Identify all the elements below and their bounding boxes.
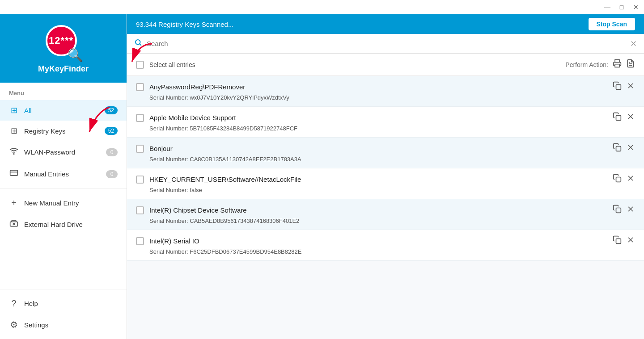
svg-rect-10 — [616, 85, 621, 90]
copy-icon-2[interactable] — [613, 143, 622, 154]
svg-rect-1 — [10, 170, 18, 176]
windows-icon: ⊞ — [9, 126, 19, 136]
entry-serial-3: Serial Number: false — [136, 187, 635, 193]
svg-line-6 — [140, 44, 141, 45]
copy-icon-3[interactable] — [613, 174, 622, 185]
table-row: Intel(R) Chipset Device Software Serial … — [127, 199, 644, 230]
delete-icon-1[interactable] — [626, 112, 635, 123]
sidebar-item-wlan-label: WLAN-Password — [24, 148, 101, 156]
search-bar: ✕ — [127, 34, 644, 54]
copy-icon-0[interactable] — [613, 81, 622, 92]
svg-point-4 — [13, 223, 14, 225]
app-container: 12*** 🔍 MyKeyFinder Menu ⊞ All 52 ⊞ Regi… — [0, 14, 644, 339]
card-icon — [9, 168, 19, 180]
select-all-checkbox[interactable] — [136, 61, 144, 69]
delete-icon-5[interactable] — [626, 235, 635, 247]
menu-label: Menu — [0, 83, 127, 100]
svg-point-0 — [13, 154, 14, 155]
sidebar-item-registry[interactable]: ⊞ Registry Keys 52 — [0, 121, 127, 141]
scan-status-text: 93.344 Registry Keys Scanned... — [136, 21, 233, 28]
pdf-icon[interactable] — [626, 59, 635, 70]
gear-icon: ⚙ — [9, 319, 19, 330]
sidebar-item-external-label: External Hard Drive — [24, 221, 118, 228]
entry-name-3: HKEY_CURRENT_USER\Software//NetacLockFil… — [149, 176, 607, 183]
sidebar-logo: 12*** 🔍 MyKeyFinder — [0, 14, 127, 83]
entry-name-4: Intel(R) Chipset Device Software — [149, 206, 607, 214]
search-clear-icon[interactable]: ✕ — [630, 39, 637, 49]
delete-icon-0[interactable] — [626, 81, 635, 92]
maximize-button[interactable]: □ — [617, 4, 626, 11]
sidebar: 12*** 🔍 MyKeyFinder Menu ⊞ All 52 ⊞ Regi… — [0, 14, 127, 339]
copy-icon-4[interactable] — [613, 205, 622, 216]
sidebar-item-new-manual[interactable]: + New Manual Entry — [0, 193, 127, 213]
scan-bar: 93.344 Registry Keys Scanned... Stop Sca… — [127, 14, 644, 34]
select-all-row: Select all entries Perform Action: — [127, 54, 644, 76]
grid-icon: ⊞ — [9, 105, 19, 115]
sidebar-item-settings-label: Settings — [24, 321, 118, 329]
table-row: HKEY_CURRENT_USER\Software//NetacLockFil… — [127, 168, 644, 199]
sidebar-badge-manual: 0 — [106, 170, 118, 178]
svg-rect-3 — [10, 222, 18, 226]
svg-rect-22 — [616, 208, 621, 213]
entry-serial-1: Serial Number: 5B71085F43284B8499D587192… — [136, 125, 635, 132]
sidebar-badge-all: 52 — [105, 106, 118, 114]
logo-icon-wrap: 12*** 🔍 — [46, 25, 81, 61]
entry-serial-2: Serial Number: CA8C0B135A1130742A8EF2E2B… — [136, 156, 635, 163]
delete-icon-2[interactable] — [626, 143, 635, 154]
perform-action-wrap: Perform Action: — [565, 59, 635, 70]
copy-icon-5[interactable] — [613, 235, 622, 247]
sidebar-bottom: ? Help ⚙ Settings — [0, 289, 127, 339]
entry-checkbox-4[interactable] — [136, 206, 144, 214]
table-row: Bonjour Serial Number: CA8C0B135A1130742… — [127, 138, 644, 168]
sidebar-item-manual[interactable]: Manual Entries 0 — [0, 163, 127, 185]
entry-checkbox-1[interactable] — [136, 114, 144, 122]
sidebar-item-all-label: All — [24, 107, 99, 114]
select-all-left: Select all entries — [136, 61, 195, 69]
sidebar-item-settings[interactable]: ⚙ Settings — [0, 314, 127, 335]
entry-checkbox-2[interactable] — [136, 145, 144, 153]
sidebar-item-help-label: Help — [24, 300, 118, 307]
table-row: AnyPasswordReg\PDFRemover Serial Number:… — [127, 76, 644, 107]
entry-name-2: Bonjour — [149, 145, 607, 152]
copy-icon-1[interactable] — [613, 112, 622, 123]
delete-icon-4[interactable] — [626, 205, 635, 216]
magnifier-icon: 🔍 — [68, 48, 83, 63]
table-row: Intel(R) Serial IO Serial Number: F6C25D… — [127, 230, 644, 261]
sidebar-item-all[interactable]: ⊞ All 52 — [0, 100, 127, 121]
entry-checkbox-3[interactable] — [136, 176, 144, 184]
sidebar-item-external-drive[interactable]: External Hard Drive — [0, 213, 127, 235]
entry-list: AnyPasswordReg\PDFRemover Serial Number:… — [127, 76, 644, 261]
logo-text: 12*** — [49, 35, 73, 46]
add-icon: + — [9, 198, 19, 208]
entry-list-container[interactable]: Select all entries Perform Action: AnyPa… — [127, 54, 644, 339]
stop-scan-button[interactable]: Stop Scan — [589, 18, 635, 30]
svg-point-5 — [136, 40, 140, 45]
table-row: Apple Mobile Device Support Serial Numbe… — [127, 107, 644, 138]
sidebar-item-new-manual-label: New Manual Entry — [24, 199, 118, 207]
print-icon[interactable] — [613, 59, 622, 70]
search-icon — [134, 38, 142, 49]
entry-name-0: AnyPasswordReg\PDFRemover — [149, 83, 607, 91]
search-input[interactable] — [147, 40, 626, 47]
entry-checkbox-5[interactable] — [136, 237, 144, 245]
delete-icon-3[interactable] — [626, 174, 635, 185]
svg-rect-7 — [615, 64, 619, 67]
sidebar-nav: ⊞ All 52 ⊞ Registry Keys 52 WLAN-Passwor… — [0, 100, 127, 289]
help-icon: ? — [9, 298, 19, 309]
minimize-button[interactable]: — — [603, 4, 612, 11]
perform-action-label: Perform Action: — [565, 61, 608, 68]
close-button[interactable]: ✕ — [631, 4, 640, 11]
nav-divider-1 — [0, 188, 127, 189]
drive-icon — [9, 219, 19, 230]
sidebar-badge-registry: 52 — [105, 127, 118, 135]
sidebar-badge-wlan: 0 — [106, 148, 118, 156]
entry-serial-0: Serial Number: wx0J7V10Y20kvY2QRYlPdyxWz… — [136, 94, 635, 101]
svg-rect-19 — [616, 177, 621, 182]
sidebar-item-help[interactable]: ? Help — [0, 293, 127, 314]
wifi-icon — [9, 146, 19, 158]
entry-checkbox-0[interactable] — [136, 83, 144, 91]
sidebar-item-manual-label: Manual Entries — [24, 170, 101, 178]
entry-serial-5: Serial Number: F6C25DFBD06737E4599BD954E… — [136, 248, 635, 255]
title-bar: — □ ✕ — [0, 0, 644, 14]
sidebar-item-wlan[interactable]: WLAN-Password 0 — [0, 141, 127, 163]
